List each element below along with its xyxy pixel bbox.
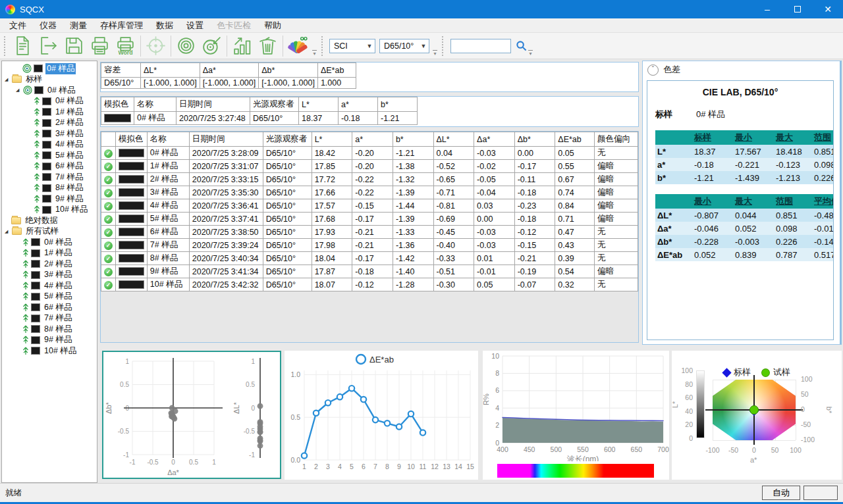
menu-item[interactable]: 文件 <box>3 18 33 33</box>
expander-icon[interactable]: ◢ <box>5 77 12 82</box>
toolbar-overflow-button[interactable]: ▾ <box>433 50 437 57</box>
tree-item-label: 8# 样品 <box>54 182 84 193</box>
table-row[interactable]: D65/10°[-1.000, 1.000][-1.000, 1.000][-1… <box>101 78 356 89</box>
save-button[interactable] <box>61 34 87 58</box>
collapse-panel-button[interactable]: ˆ <box>647 64 659 76</box>
tree-item[interactable]: 1# 样品 <box>2 107 97 118</box>
table-row[interactable]: ✓9# 样品2020/7/25 3:41:34D65/10°17.87-0.18… <box>101 265 638 278</box>
cell: D65/10° <box>250 112 299 125</box>
svg-text:6: 6 <box>362 463 366 470</box>
search-input[interactable] <box>450 39 511 53</box>
tree-item[interactable]: 4# 样品 <box>2 139 97 151</box>
table-row[interactable]: ✓1# 样品2020/7/25 3:31:07D65/10°17.85-0.20… <box>101 160 638 173</box>
cell <box>115 186 147 199</box>
tree-item[interactable]: 5# 样品 <box>2 150 97 161</box>
print-word-button[interactable]: Word <box>113 34 138 58</box>
color-card-match-button[interactable] <box>285 34 311 58</box>
export-button[interactable] <box>36 34 61 58</box>
tree-item[interactable]: 1# 样品 <box>2 248 97 259</box>
tree-item[interactable]: 0# 样品 <box>2 96 97 107</box>
blank-button[interactable] <box>803 486 838 500</box>
menu-item[interactable]: 仪器 <box>33 18 63 33</box>
tree-item[interactable]: 3# 样品 <box>2 128 97 139</box>
data-chart-button[interactable] <box>229 34 255 58</box>
auto-button[interactable]: 自动 <box>762 486 800 500</box>
tree-item[interactable]: 6# 样品 <box>2 161 97 172</box>
tree-item[interactable]: 7# 样品 <box>2 313 97 324</box>
tree-item[interactable]: 7# 样品 <box>2 172 97 183</box>
tree-item[interactable]: 3# 样品 <box>2 270 97 281</box>
table-row[interactable]: ✓6# 样品2020/7/25 3:38:50D65/10°17.93-0.21… <box>101 226 638 239</box>
search-icon[interactable] <box>516 40 527 51</box>
tree-item[interactable]: 8# 样品 <box>2 324 97 335</box>
tree-item[interactable]: 0# 样品 <box>2 63 97 74</box>
color-swatch <box>119 201 144 210</box>
cell <box>115 239 147 252</box>
column-header: Δa* <box>474 132 515 147</box>
cell: 偏暗 <box>595 160 638 173</box>
color-swatch <box>119 214 144 223</box>
menu-item[interactable]: 数据 <box>150 18 180 33</box>
color-swatch <box>31 282 40 290</box>
tree-item[interactable]: ◢所有试样 <box>2 226 97 238</box>
tree-item[interactable]: 4# 样品 <box>2 280 97 291</box>
table-row[interactable]: ✓10# 样品2020/7/25 3:42:32D65/10°18.07-0.1… <box>101 278 638 291</box>
new-document-button[interactable] <box>10 34 36 58</box>
table-row[interactable]: ✓8# 样品2020/7/25 3:40:34D65/10°18.04-0.17… <box>101 252 638 265</box>
toolbar-grip[interactable] <box>442 36 445 56</box>
check-icon: ✓ <box>104 281 113 290</box>
toolbar-grip[interactable] <box>321 36 325 56</box>
cell: 2020/7/25 3:33:15 <box>189 173 263 186</box>
tree-item[interactable]: ◢标样 <box>2 74 97 86</box>
axis-tick: 100 <box>801 375 821 383</box>
tree-item[interactable]: 10# 样品 <box>2 205 97 216</box>
axis-tick: 0 <box>801 405 821 413</box>
tree-item[interactable]: ◢0# 样品 <box>2 85 97 96</box>
table-row[interactable]: ✓4# 样品2020/7/25 3:36:41D65/10°17.57-0.15… <box>101 199 638 213</box>
tree-item[interactable]: 8# 样品 <box>2 183 97 194</box>
tree-item[interactable]: 10# 样品 <box>2 345 97 357</box>
maximize-button[interactable] <box>782 0 813 18</box>
svg-text:0: 0 <box>251 405 255 412</box>
close-button[interactable]: ✕ <box>813 0 843 18</box>
toolbar-overflow-button[interactable]: ▾ <box>528 50 533 57</box>
tree-item[interactable]: 2# 样品 <box>2 118 97 129</box>
menu-item[interactable]: 存样库管理 <box>94 18 150 33</box>
measurement-mode-select[interactable]: SCI▼ <box>329 39 375 53</box>
minimize-button[interactable]: – <box>752 0 782 18</box>
expander-icon[interactable]: ◢ <box>5 229 12 234</box>
svg-text:Δb*: Δb* <box>105 401 113 413</box>
table-row[interactable]: 0# 样品2020/7/25 3:27:48D65/10°18.37-0.18-… <box>101 112 418 125</box>
column-header: 范围 <box>812 130 834 145</box>
table-row[interactable]: ✓2# 样品2020/7/25 3:33:15D65/10°17.72-0.22… <box>101 173 638 186</box>
menu-item[interactable]: 帮助 <box>258 18 288 33</box>
tree-item[interactable]: 绝对数据 <box>2 215 97 226</box>
toolbar-grip[interactable] <box>4 36 7 56</box>
menu-item[interactable]: 设置 <box>180 18 210 33</box>
tree-item[interactable]: 2# 样品 <box>2 259 97 270</box>
illuminant-observer-select[interactable]: D65/10°▼ <box>379 39 429 53</box>
toolbar-overflow-button[interactable]: ▾ <box>312 50 317 57</box>
svg-text:0: 0 <box>495 439 499 447</box>
tree-item[interactable]: 0# 样品 <box>2 237 97 248</box>
print-button[interactable] <box>87 34 113 58</box>
column-header: 光源观察者 <box>250 97 299 112</box>
save-icon <box>63 35 85 57</box>
tree-item[interactable]: 6# 样品 <box>2 302 97 313</box>
expander-icon[interactable]: ◢ <box>16 88 23 93</box>
cell: 0.05 <box>555 147 595 160</box>
measure-standard-button[interactable] <box>173 34 199 58</box>
tree-item[interactable]: 9# 样品 <box>2 193 97 205</box>
menu-item[interactable]: 测量 <box>63 18 94 33</box>
table-row[interactable]: ✓7# 样品2020/7/25 3:39:24D65/10°17.98-0.21… <box>101 239 638 252</box>
tree-item[interactable]: 9# 样品 <box>2 335 97 346</box>
delete-button[interactable] <box>255 34 281 58</box>
tree-item[interactable]: 5# 样品 <box>2 291 97 303</box>
table-row[interactable]: ✓0# 样品2020/7/25 3:28:09D65/10°18.42-0.20… <box>101 147 638 160</box>
cielab-heading: CIE LAB, D65/10° <box>655 87 825 97</box>
table-row[interactable]: ✓5# 样品2020/7/25 3:37:41D65/10°17.68-0.17… <box>101 213 638 226</box>
menu-item[interactable]: 色卡匹检 <box>210 18 258 33</box>
table-row[interactable]: ✓3# 样品2020/7/25 3:35:30D65/10°17.66-0.22… <box>101 186 638 199</box>
measure-sample-button[interactable] <box>199 34 225 58</box>
toolbar-separator <box>171 36 171 57</box>
